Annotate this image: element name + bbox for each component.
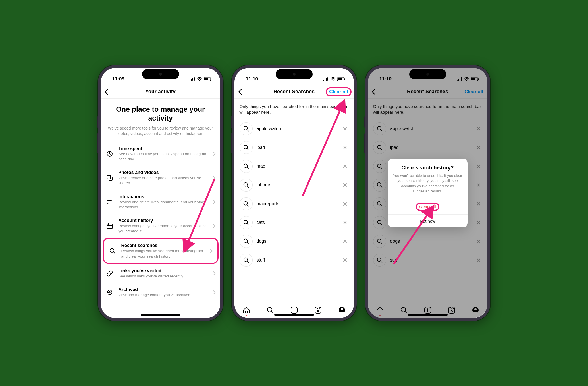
remove-search-button[interactable] — [341, 125, 349, 132]
svg-line-47 — [317, 307, 318, 309]
recent-search-item[interactable]: cats — [234, 213, 354, 232]
svg-line-39 — [247, 261, 248, 262]
activity-row-swap[interactable]: Interactions Review and delete likes, co… — [101, 190, 220, 214]
search-term: iphone — [257, 182, 337, 188]
search-term: dogs — [257, 239, 337, 244]
nav-title: Recent Searches — [273, 89, 315, 95]
nav-header: Your activity — [101, 85, 220, 99]
confirmation-modal: Clear search history? You won't be able … — [368, 68, 487, 318]
row-subtitle: Review and delete likes, comments, and y… — [119, 200, 208, 210]
nav-header: Recent Searches Clear all — [234, 85, 354, 99]
recent-search-item[interactable]: stuff — [234, 251, 354, 269]
signal-icon — [190, 77, 195, 81]
search-icon — [240, 254, 253, 267]
activity-row-calendar[interactable]: Account history Review changes you've ma… — [101, 214, 220, 238]
activity-row-gallery[interactable]: Photos and videos View, archive or delet… — [101, 166, 220, 190]
svg-line-27 — [247, 148, 248, 150]
svg-line-15 — [113, 252, 115, 254]
remove-search-button[interactable] — [341, 256, 349, 264]
recent-search-item[interactable]: iphone — [234, 176, 354, 194]
svg-line-25 — [247, 129, 248, 131]
search-icon — [240, 235, 253, 248]
remove-search-button[interactable] — [341, 200, 349, 207]
search-icon — [240, 216, 253, 229]
search-term: macreports — [257, 201, 337, 206]
activity-row-history[interactable]: Archived View and manage content you've … — [101, 283, 220, 302]
hero-title: One place to manage your activity — [107, 105, 214, 123]
search-icon — [240, 122, 253, 135]
recent-search-item[interactable]: ipad — [234, 138, 354, 157]
screen-body: Only things you have searched for in the… — [234, 99, 354, 302]
chevron-right-icon — [213, 152, 216, 156]
chevron-right-icon — [213, 271, 216, 276]
dynamic-island — [142, 69, 179, 79]
back-button[interactable] — [238, 89, 242, 95]
activity-row-clock[interactable]: Time spent See how much time you usually… — [101, 142, 220, 166]
clock-icon — [105, 150, 114, 157]
modal-clear-all-button[interactable]: Clear all — [388, 199, 468, 214]
remove-search-button[interactable] — [341, 181, 349, 189]
svg-rect-10 — [107, 224, 112, 229]
svg-line-31 — [247, 186, 248, 187]
modal-title: Clear search history? — [393, 165, 462, 171]
tab-profile[interactable] — [338, 306, 346, 314]
svg-rect-17 — [323, 80, 324, 81]
svg-rect-20 — [327, 77, 328, 81]
search-term: mac — [257, 164, 337, 169]
remove-search-button[interactable] — [341, 163, 349, 170]
chevron-right-icon — [210, 249, 213, 253]
plus-square-icon — [290, 306, 298, 314]
tab-create[interactable] — [290, 306, 298, 314]
home-indicator[interactable] — [274, 314, 314, 316]
swap-icon — [105, 198, 114, 205]
svg-rect-18 — [325, 79, 325, 81]
modal-primary-label: Clear all — [416, 203, 439, 211]
activity-row-link[interactable]: Links you've visited See which links you… — [101, 264, 220, 283]
row-subtitle: See how much time you usually spend on I… — [119, 152, 208, 162]
search-term: apple watch — [257, 126, 337, 131]
modal-not-now-button[interactable]: Not now — [388, 214, 468, 227]
recent-search-item[interactable]: macreports — [234, 194, 354, 213]
svg-line-41 — [271, 311, 273, 313]
row-subtitle: View and manage content you've archived. — [119, 292, 208, 298]
search-term: cats — [257, 220, 337, 225]
search-icon — [240, 160, 253, 173]
activity-row-search[interactable]: Recent searches Review things you've sea… — [104, 239, 217, 263]
phone-1: 11:09 Your activity One place to manage … — [98, 65, 223, 321]
recent-search-item[interactable]: apple watch — [234, 119, 354, 138]
chevron-right-icon — [213, 290, 216, 295]
search-icon — [240, 197, 253, 210]
recent-search-item[interactable]: mac — [234, 157, 354, 176]
row-subtitle: Review things you've searched for on Ins… — [121, 248, 205, 259]
screen-body: One place to manage your activity We've … — [101, 99, 220, 318]
tab-reels[interactable] — [314, 306, 322, 314]
notification-dot — [246, 315, 247, 316]
chevron-right-icon — [213, 200, 216, 204]
search-icon — [267, 306, 274, 314]
back-button[interactable] — [104, 89, 108, 95]
svg-line-35 — [247, 223, 248, 225]
row-subtitle: Review changes you've made to your accou… — [119, 223, 208, 234]
search-icon — [108, 248, 117, 254]
svg-rect-23 — [344, 78, 345, 80]
row-subtitle: View, archive or delete photos and video… — [119, 175, 208, 186]
tab-bar — [234, 302, 354, 318]
svg-rect-19 — [326, 78, 327, 81]
recent-search-item[interactable]: dogs — [234, 232, 354, 251]
home-indicator[interactable] — [141, 314, 180, 316]
clear-all-button[interactable]: Clear all — [326, 87, 351, 96]
battery-icon — [337, 77, 345, 81]
remove-search-button[interactable] — [341, 238, 349, 245]
row-subtitle: See which links you've visited recently. — [119, 274, 208, 279]
tab-search[interactable] — [267, 306, 274, 314]
dynamic-island — [276, 69, 313, 79]
tab-home[interactable] — [243, 306, 250, 314]
remove-search-button[interactable] — [341, 144, 349, 151]
wifi-icon — [331, 77, 336, 81]
calendar-icon — [105, 223, 114, 229]
remove-search-button[interactable] — [341, 219, 349, 226]
history-icon — [105, 289, 114, 296]
svg-rect-45 — [315, 307, 321, 313]
svg-rect-0 — [190, 80, 190, 81]
modal-body-text: You won't be able to undo this. If you c… — [393, 173, 462, 194]
